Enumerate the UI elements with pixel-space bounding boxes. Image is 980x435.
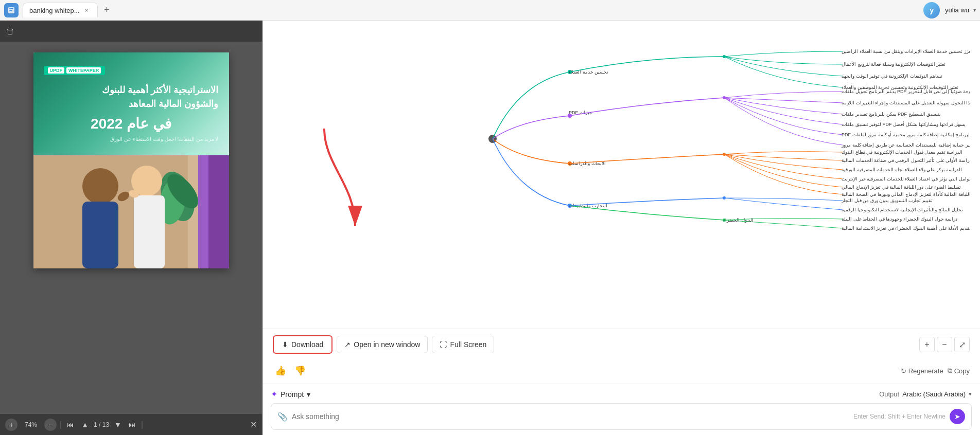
- pdf-title-line2: والشؤون المالية المعاهد: [44, 97, 219, 111]
- svg-text:الدراسة تركز على ولاء العملاء : الدراسة تركز على ولاء العملاء تجاه الخدم…: [842, 167, 962, 173]
- svg-text:يتيح هذا التحول سهولة التعديل : يتيح هذا التحول سهولة التعديل على المستن…: [842, 100, 970, 106]
- avatar: y: [923, 2, 940, 19]
- ai-panel: .mm-text { font-size: 9px; direction: rt…: [262, 21, 980, 435]
- svg-text:تقديم الأدلة على أهمية البنوك : تقديم الأدلة على أهمية البنوك الخضراء في…: [842, 225, 970, 231]
- action-bar: ⬇ Download ↗ Open in new window ⛶ Full S…: [262, 329, 980, 360]
- svg-point-10: [82, 168, 118, 204]
- separator: |: [60, 420, 62, 429]
- pdf-cover-image: [33, 155, 229, 268]
- open-new-window-button[interactable]: ↗ Open in new window: [337, 336, 428, 353]
- prompt-header: ✦ Prompt ▾ Output Arabic (Saudi Arabia) …: [271, 389, 972, 399]
- svg-rect-2: [9, 10, 12, 11]
- star-icon: ✦: [271, 389, 277, 399]
- zoom-minus-button[interactable]: −: [937, 337, 952, 352]
- zoom-out-button[interactable]: −: [44, 419, 57, 431]
- nav-first-button[interactable]: ⏮: [65, 420, 76, 430]
- zoom-in-button[interactable]: +: [5, 419, 18, 431]
- close-pdf-button[interactable]: ✕: [250, 420, 257, 429]
- app-icon: [4, 3, 19, 17]
- svg-text:الدراسة الأولى على تأثير التحو: الدراسة الأولى على تأثير التحول الرقمي ف…: [842, 157, 970, 164]
- copy-button[interactable]: ⧉ Copy: [948, 367, 970, 375]
- zoom-plus-button[interactable]: +: [919, 337, 935, 352]
- chevron-down-icon[interactable]: ▾: [973, 7, 976, 13]
- svg-text:اللياقة المالية كأداة لتعزيز ا: اللياقة المالية كأداة لتعزيز الإدماج الم…: [842, 191, 970, 197]
- people-silhouette: [33, 155, 229, 268]
- whitepaper-label: WHITEPAPER: [66, 67, 101, 74]
- page-current: 1: [94, 421, 97, 428]
- svg-text:تقييم تجارب التسويق بدون ورق م: تقييم تجارب التسويق بدون ورق من قبل التج…: [841, 198, 933, 204]
- updf-badge: UPDF WHITEPAPER: [44, 66, 106, 75]
- regenerate-label: Regenerate: [908, 367, 943, 375]
- pdf-panel: 🗑 UPDF WHITEPAPER الاستراتيجية الأكثر أه…: [0, 21, 262, 435]
- nav-first-icon: ⏮: [67, 421, 74, 429]
- output-selector[interactable]: Output Arabic (Saudi Arabia) ▾: [879, 390, 972, 398]
- svg-rect-5: [208, 155, 229, 268]
- svg-text:العوامل التي تؤثر في اعتماد ال: العوامل التي تؤثر في اعتماد العملاء للخد…: [842, 176, 970, 182]
- download-icon: ⬇: [282, 340, 288, 349]
- thumbs-up-button[interactable]: 👍: [273, 363, 288, 378]
- svg-text:الدراسة تقيم معدل قبول الخدمات: الدراسة تقيم معدل قبول الخدمات الإلكترون…: [842, 150, 962, 155]
- svg-text:يسهل قراءتها ومشاركتها بشكل أف: يسهل قراءتها ومشاركتها بشكل أفضل PDF لتو…: [842, 121, 966, 128]
- output-label: Output: [879, 390, 899, 398]
- prompt-bar: ✦ Prompt ▾ Output Arabic (Saudi Arabia) …: [262, 384, 980, 435]
- tab-title: banking whitep...: [29, 7, 80, 14]
- zoom-in-icon: +: [9, 421, 13, 429]
- prompt-label-text: Prompt: [281, 390, 304, 398]
- page-separator: /: [99, 421, 102, 428]
- pdf-small-text: لا مزيد من النفقات! اجعل وقت الاستغناء ع…: [44, 136, 219, 142]
- thumbs-down-icon: 👎: [294, 366, 306, 376]
- nav-prev-button[interactable]: ▲: [79, 420, 91, 430]
- svg-rect-6: [198, 155, 208, 268]
- trash-icon[interactable]: 🗑: [6, 27, 14, 36]
- nav-prev-icon: ▲: [81, 421, 89, 429]
- regenerate-icon: ↻: [901, 367, 906, 375]
- zoom-expand-icon: ⤢: [959, 340, 966, 350]
- svg-rect-13: [134, 195, 165, 268]
- attach-icon[interactable]: 📎: [277, 412, 288, 422]
- prompt-label-button[interactable]: ✦ Prompt ▾: [271, 389, 310, 399]
- svg-rect-1: [9, 8, 13, 9]
- pdf-toolbar: 🗑: [0, 21, 262, 42]
- nav-next-icon: ▼: [114, 421, 121, 429]
- svg-rect-11: [82, 202, 118, 268]
- pdf-content: UPDF WHITEPAPER الاستراتيجية الأكثر أهمي…: [0, 42, 262, 413]
- zoom-plus-icon: +: [924, 340, 929, 349]
- download-button[interactable]: ⬇ Download: [273, 335, 332, 354]
- tab-close-button[interactable]: ×: [83, 6, 91, 14]
- new-tab-button[interactable]: +: [100, 3, 114, 17]
- nav-last-button[interactable]: ⏭: [127, 420, 138, 430]
- copy-label: Copy: [954, 367, 970, 375]
- svg-text:توفير حماية إضافية للمستندات ا: توفير حماية إضافية للمستندات الحساسة عن …: [841, 142, 970, 148]
- plus-icon: +: [104, 5, 110, 15]
- thumbs-down-button[interactable]: 👎: [292, 363, 308, 378]
- svg-text:تحسين خدمة العملاء: تحسين خدمة العملاء: [569, 69, 608, 75]
- svg-text:يتنسيق التسطيح PDF يمكن للبرنا: يتنسيق التسطيح PDF يمكن للبرنامج تصدير م…: [842, 112, 941, 117]
- svg-text:تعتبر التوقيعات الإلكترونية وس: تعتبر التوقيعات الإلكترونية وسيلة فعالة …: [842, 61, 946, 67]
- nav-last-icon: ⏭: [129, 421, 136, 429]
- close-icon: ✕: [250, 420, 257, 429]
- pdf-title-line1: الاستراتيجية الأكثر أهمية للبنوك: [44, 83, 219, 97]
- external-link-icon: ↗: [344, 340, 351, 349]
- prompt-chevron-icon: ▾: [307, 390, 310, 398]
- output-value: Arabic (Saudi Arabia): [902, 390, 966, 398]
- fullscreen-icon: ⛶: [440, 340, 447, 349]
- pdf-page: UPDF WHITEPAPER الاستراتيجية الأكثر أهمي…: [33, 52, 229, 268]
- send-button[interactable]: ➤: [950, 409, 965, 424]
- page-total: 13: [102, 421, 109, 428]
- zoom-controls: + − ⤢: [919, 337, 970, 352]
- mindmap-svg: .mm-text { font-size: 9px; direction: rt…: [273, 31, 970, 247]
- prompt-input[interactable]: [292, 412, 849, 421]
- current-tab[interactable]: banking whitep... ×: [23, 3, 98, 17]
- nav-next-button[interactable]: ▼: [112, 420, 124, 430]
- svg-text:تساهم التوقيعات الإلكترونية في: تساهم التوقيعات الإلكترونية في توفير الو…: [842, 74, 942, 79]
- pdf-bottom-bar: + 74% − | ⏮ ▲ 1 / 13 ▼ ⏭: [0, 413, 262, 435]
- full-screen-button[interactable]: ⛶ Full Screen: [432, 336, 494, 353]
- svg-text:يتيح البرنامج إمكانية إضافة كل: يتيح البرنامج إمكانية إضافة كلمة مرور مح…: [842, 131, 970, 138]
- hint-text: Enter Send; Shift + Enter Newline: [853, 413, 946, 420]
- regenerate-button[interactable]: ↻ Regenerate: [901, 367, 943, 375]
- main-area: 🗑 UPDF WHITEPAPER الاستراتيجية الأكثر أه…: [0, 21, 980, 435]
- prompt-input-row: 📎 Enter Send; Shift + Enter Newline ➤: [271, 403, 972, 430]
- mindmap-area: .mm-text { font-size: 9px; direction: rt…: [262, 21, 980, 329]
- zoom-expand-button[interactable]: ⤢: [954, 337, 970, 352]
- svg-text:يعزز تحسين خدمة العملاء الإيرا: يعزز تحسين خدمة العملاء الإيرادات وينقل …: [842, 49, 970, 55]
